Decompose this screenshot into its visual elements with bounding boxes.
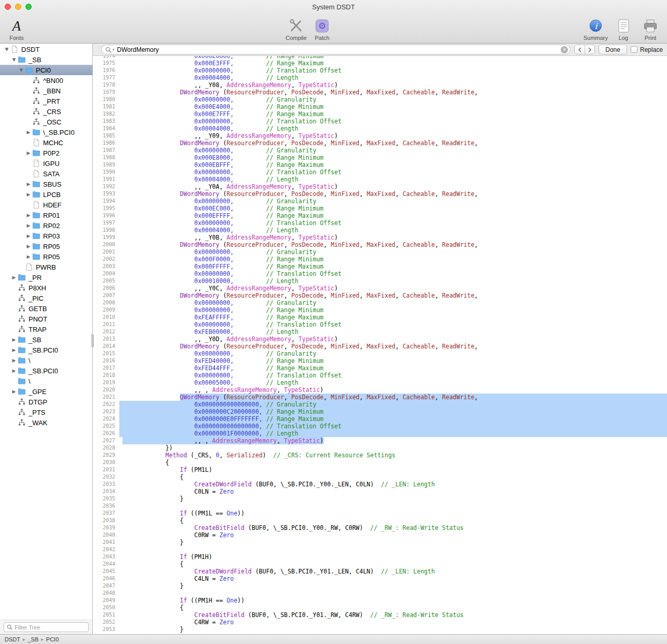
clear-search-icon[interactable]: ✕	[561, 46, 568, 53]
replace-toggle[interactable]: Replace	[631, 46, 663, 53]
code-line[interactable]: 2006 ,, _Y0C, AddressRangeMemory, TypeSt…	[93, 285, 667, 292]
breadcrumb-item[interactable]: PCI0	[46, 636, 59, 642]
code-line[interactable]: 1975 0x000E3FFF, // Range Maximum	[93, 60, 667, 67]
tree-item[interactable]: ▶\_SB.PCI0	[0, 127, 92, 137]
code-line[interactable]: 2034 C0LN = Zero	[93, 488, 667, 495]
fonts-button[interactable]: A Fonts	[5, 15, 28, 41]
code-line[interactable]: 1976 0x00000000, // Translation Offset	[93, 67, 667, 74]
tree-item[interactable]: DTGP	[0, 397, 92, 407]
code-line[interactable]: 1981 0x000E4000, // Range Minimum	[93, 103, 667, 110]
code-line[interactable]: 2029 Method (_CRS, 0, Serialized) // _CR…	[93, 452, 667, 459]
code-line[interactable]: 2045 CreateDWordField (BUF0, \_SB.PCI0._…	[93, 568, 667, 575]
tree-item[interactable]: \	[0, 376, 92, 386]
splitter-handle[interactable]	[91, 334, 94, 347]
code-line[interactable]: 2027 ,, , AddressRangeMemory, TypeStatic…	[93, 437, 667, 444]
disclosure-triangle[interactable]: ▼	[18, 67, 25, 73]
code-line[interactable]: 2038 {	[93, 517, 667, 524]
code-line[interactable]: 2008 0x00000000, // Granularity	[93, 299, 667, 306]
chevron-down-icon[interactable]: ▾	[113, 48, 115, 52]
code-line[interactable]: 2019 0x00005000, // Length	[93, 379, 667, 386]
code-line[interactable]: 2044 {	[93, 561, 667, 568]
tree-item[interactable]: ▶P0P2	[0, 148, 92, 158]
code-line[interactable]: 2041 }	[93, 539, 667, 546]
disclosure-triangle[interactable]: ▶	[10, 368, 18, 373]
code-line[interactable]: 2004 0x00000000, // Translation Offset	[93, 270, 667, 277]
code-line[interactable]: 2039 CreateBitField (BUF0, \_SB.PCI0._Y0…	[93, 524, 667, 531]
tree-item[interactable]: _OSC	[0, 117, 92, 127]
code-line[interactable]: 2036	[93, 502, 667, 510]
print-button[interactable]: Print	[639, 15, 662, 41]
code-line[interactable]: 2009 0x00000000, // Range Minimum	[93, 306, 667, 314]
code-line[interactable]: 2002 0x000F0000, // Range Minimum	[93, 256, 667, 263]
code-line[interactable]: 2048	[93, 590, 667, 597]
disclosure-triangle[interactable]: ▶	[10, 347, 18, 353]
code-editor[interactable]: 1974 0x000E0000, // Range Minimum1975 0x…	[93, 56, 667, 634]
code-line[interactable]: 1990 0x00000000, // Translation Offset	[93, 169, 667, 176]
disclosure-triangle[interactable]: ▶	[25, 192, 32, 197]
disclosure-triangle[interactable]: ▶	[25, 244, 32, 249]
code-line[interactable]: 2031 If (PM1L)	[93, 466, 667, 473]
code-line[interactable]: 1994 0x00000000, // Granularity	[93, 198, 667, 205]
find-field[interactable]: ▾ ✕	[101, 45, 571, 54]
code-line[interactable]: 2043 If (PM1H)	[93, 553, 667, 561]
code-line[interactable]: 2010 0xFEAFFFFF, // Range Maximum	[93, 314, 667, 321]
summary-button[interactable]: i Summary	[583, 15, 608, 41]
code-line[interactable]: 1985 ,, _Y09, AddressRangeMemory, TypeSt…	[93, 132, 667, 139]
code-line[interactable]: 1986 DWordMemory (ResourceProducer, PosD…	[93, 139, 667, 147]
tree-item[interactable]: ▶RP01	[0, 210, 92, 220]
tree-item[interactable]: ▶RP02	[0, 220, 92, 231]
tree-item[interactable]: ▶_GPE	[0, 386, 92, 397]
log-button[interactable]: Log	[612, 15, 635, 41]
tree-item[interactable]: TRAP	[0, 324, 92, 334]
find-previous-button[interactable]	[575, 45, 585, 54]
code-line[interactable]: 1987 0x00000000, // Granularity	[93, 147, 667, 154]
code-line[interactable]: 2011 0x00000000, // Translation Offset	[93, 321, 667, 328]
code-line[interactable]: 2012 0xFEB00000, // Length	[93, 328, 667, 335]
code-line[interactable]: 1982 0x000E7FFF, // Range Maximum	[93, 110, 667, 118]
code-line[interactable]: 1979 DWordMemory (ResourceProducer, PosD…	[93, 89, 667, 96]
code-line[interactable]: 1989 0x000EBFFF, // Range Maximum	[93, 161, 667, 169]
tree-item[interactable]: ▼_SB	[0, 54, 92, 65]
breadcrumb-item[interactable]: _SB	[27, 636, 38, 642]
code-line[interactable]: 2007 DWordMemory (ResourceProducer, PosD…	[93, 292, 667, 299]
code-line[interactable]: 2028 })	[93, 444, 667, 452]
filter-tree-field[interactable]: Filter Tree	[4, 622, 89, 632]
close-button[interactable]	[5, 4, 11, 10]
code-line[interactable]: 2023 0x0000000C20000000, // Range Minimu…	[93, 408, 667, 415]
code-line[interactable]: 1996 0x000EFFFF, // Range Maximum	[93, 212, 667, 219]
replace-checkbox[interactable]	[631, 46, 637, 53]
code-line[interactable]: 2040 C0RW = Zero	[93, 531, 667, 539]
disclosure-triangle[interactable]: ▶	[10, 337, 18, 342]
tree-item[interactable]: ▶_SB.PCI0	[0, 366, 92, 376]
tree-item[interactable]: ▶RP03	[0, 231, 92, 241]
tree-item[interactable]: IGPU	[0, 158, 92, 169]
code-line[interactable]: 2024 0x0000000E0FFFFFFF, // Range Maximu…	[93, 415, 667, 423]
code-line[interactable]: 2047 }	[93, 582, 667, 590]
tree-item[interactable]: ▶LPCB	[0, 189, 92, 200]
tree-item[interactable]: ▶SBUS	[0, 179, 92, 189]
tree-item[interactable]: ▼DSDT	[0, 44, 92, 54]
tree-item[interactable]: PNOT	[0, 314, 92, 324]
tree-item[interactable]: PWRB	[0, 262, 92, 272]
sidebar-tree[interactable]: ▼DSDT▼_SB▼PCI0^BN00_BBN_PRT_CRS_OSC▶\_SB…	[0, 44, 92, 620]
code-line[interactable]: 2017 0xFED44FFF, // Range Maximum	[93, 365, 667, 372]
code-line[interactable]: 2013 ,, _Y0D, AddressRangeMemory, TypeSt…	[93, 335, 667, 343]
code-line[interactable]: 1993 DWordMemory (ResourceProducer, PosD…	[93, 190, 667, 198]
tree-item[interactable]: ▼PCI0	[0, 65, 92, 75]
code-line[interactable]: 2052 C4RW = Zero	[93, 619, 667, 626]
tree-item[interactable]: _CRS	[0, 106, 92, 117]
disclosure-triangle[interactable]: ▶	[10, 275, 18, 280]
code-line[interactable]: 1998 0x00004000, // Length	[93, 227, 667, 234]
code-line[interactable]: 1980 0x00000000, // Granularity	[93, 96, 667, 103]
code-line[interactable]: 2051 CreateBitField (BUF0, \_SB.PCI0._Y0…	[93, 611, 667, 619]
tree-item[interactable]: ▶_SB.PCI0	[0, 345, 92, 355]
code-line[interactable]: 2021 QWordMemory (ResourceProducer, PosD…	[93, 394, 667, 401]
disclosure-triangle[interactable]: ▶	[10, 389, 18, 394]
tree-item[interactable]: _BBN	[0, 86, 92, 96]
disclosure-triangle[interactable]: ▶	[10, 358, 18, 363]
code-line[interactable]: 1984 0x00004000, // Length	[93, 125, 667, 132]
code-line[interactable]: 1974 0x000E0000, // Range Minimum	[93, 56, 667, 60]
code-line[interactable]: 2049 If ((PM1H == One))	[93, 597, 667, 604]
tree-item[interactable]: SATA	[0, 169, 92, 179]
code-line[interactable]: 2001 0x00000000, // Granularity	[93, 248, 667, 256]
